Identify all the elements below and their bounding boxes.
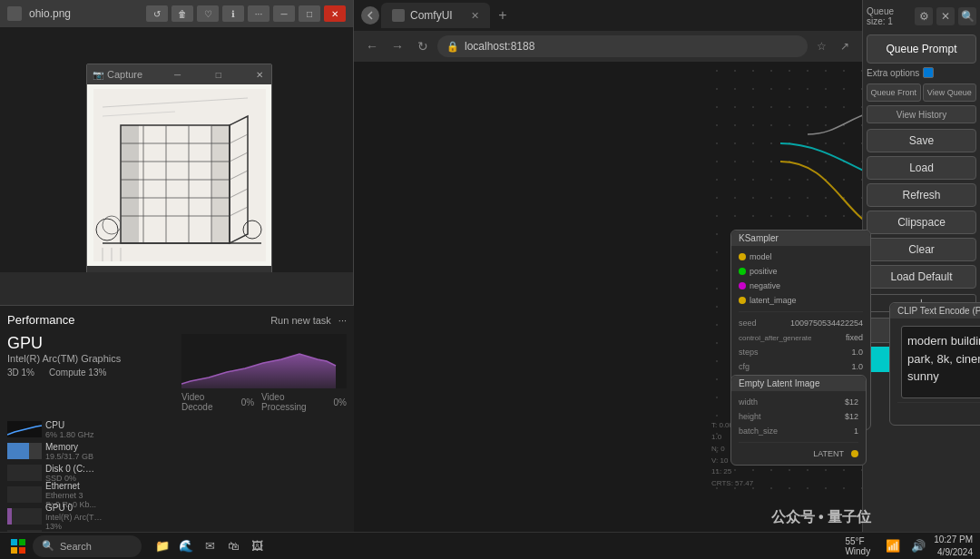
- view-history-button[interactable]: View History: [867, 105, 976, 123]
- model-label: model: [750, 252, 772, 261]
- node-clip-text[interactable]: CLIP Text Encode (Prompt) modern buildin…: [889, 302, 980, 426]
- taskbar-search-bar[interactable]: 🔍 Search: [33, 535, 142, 557]
- extra-options-checkbox[interactable]: [923, 67, 934, 78]
- search-icon: 🔍: [42, 540, 54, 552]
- load-default-button[interactable]: Load Default: [867, 265, 976, 289]
- window-title: ohio.png: [29, 7, 139, 20]
- clipspace-button[interactable]: Clipspace: [867, 211, 976, 234]
- new-tab-button[interactable]: +: [492, 5, 514, 26]
- steps-label: steps: [739, 348, 759, 357]
- conditioning-out-row: CONDITIONING: [897, 407, 980, 421]
- view-queue-button[interactable]: View Queue: [923, 83, 977, 102]
- cpu-mini-chart: [7, 421, 42, 437]
- back-button[interactable]: ←: [361, 35, 383, 57]
- latent-dot: [739, 297, 746, 304]
- width-row: width $12: [739, 395, 858, 409]
- toolbar-icon-info[interactable]: ℹ: [222, 5, 244, 22]
- negative-label: negative: [750, 281, 780, 290]
- clear-button[interactable]: Clear: [867, 238, 976, 261]
- performance-panel: Performance Run new task ··· GPU Intel(R…: [0, 305, 354, 532]
- positive-label: positive: [750, 267, 778, 276]
- settings-gear-icon[interactable]: ⚙: [915, 7, 933, 25]
- start-button[interactable]: [7, 535, 29, 557]
- latent-label: latent_image: [750, 296, 797, 305]
- toolbar-icon-refresh[interactable]: ↺: [146, 5, 168, 22]
- maximize-button[interactable]: □: [299, 5, 320, 22]
- svg-rect-11: [121, 125, 139, 243]
- taskbar-store-icon[interactable]: 🛍: [223, 536, 243, 556]
- close-button[interactable]: ✕: [324, 5, 346, 22]
- memory-label: Memory: [45, 442, 95, 452]
- capture-title-bar: 📷 Capture ─ □ ✕: [87, 64, 271, 84]
- batch-value: 1: [854, 427, 858, 436]
- ksampler-steps-row: steps 1.0: [739, 345, 863, 359]
- batch-label: batch_size: [739, 427, 778, 436]
- toolbar-icon-heart[interactable]: ♡: [197, 5, 219, 22]
- ksampler-positive-row: positive: [739, 264, 863, 279]
- star-icon[interactable]: ☆: [811, 36, 831, 56]
- perf-actions: Run new task ···: [270, 315, 347, 326]
- svg-rect-55: [19, 547, 25, 554]
- share-nav-icon[interactable]: ↗: [835, 36, 855, 56]
- cfg-label: cfg: [739, 362, 750, 371]
- queue-front-button[interactable]: Queue Front: [867, 83, 921, 102]
- volume-icon[interactable]: 🔊: [908, 536, 928, 556]
- address-bar[interactable]: 🔒 localhost:8188: [437, 35, 808, 57]
- reload-button[interactable]: ↻: [412, 35, 434, 57]
- sidebar-top-row: Queue size: 1 ⚙ ✕ 🔍: [867, 4, 976, 29]
- gpu-stats: 3D 1% Compute 13%: [7, 368, 172, 378]
- load-button[interactable]: Load: [867, 156, 976, 180]
- svg-rect-53: [19, 539, 25, 545]
- taskbar-system-tray: 55°F Windy 📶 🔊 10:27 PM 4/9/2024: [845, 534, 973, 559]
- ksampler-header: KSampler: [731, 230, 870, 246]
- left-panel: ohio.png ↺ 🗑 ♡ ℹ ··· ─ □ ✕ 📷 Capture ─ □…: [0, 0, 354, 559]
- taskbar-edge-icon[interactable]: 🌊: [176, 536, 196, 556]
- gpu-chart: [181, 334, 347, 388]
- node-empty-latent[interactable]: Empty Latent Image width $12 height $12 …: [730, 375, 867, 466]
- date-display: 4/9/2024: [934, 546, 973, 559]
- perf-item-memory: Memory 19.5/31.7 GB: [7, 441, 347, 461]
- tab-comfyui[interactable]: ComfyUI ✕: [381, 3, 490, 28]
- close-sidebar-icon[interactable]: ✕: [936, 7, 955, 25]
- ksampler-latent-row: latent_image: [739, 293, 863, 308]
- weather-condition: Windy: [845, 546, 870, 556]
- wifi-icon[interactable]: 📶: [883, 536, 903, 556]
- right-sidebar: Queue size: 1 ⚙ ✕ 🔍 Queue Prompt Extra o…: [862, 0, 980, 559]
- run-new-task-btn[interactable]: Run new task: [270, 315, 331, 326]
- queue-prompt-button[interactable]: Queue Prompt: [867, 34, 976, 64]
- save-button[interactable]: Save: [867, 129, 976, 152]
- capture-close-btn[interactable]: ✕: [253, 68, 266, 81]
- taskbar-photos-icon[interactable]: 🖼: [247, 536, 267, 556]
- capture-maximize-icon[interactable]: □: [212, 68, 225, 81]
- forward-button[interactable]: →: [387, 35, 408, 57]
- taskbar-explorer-icon[interactable]: 📁: [152, 536, 172, 556]
- seed-label: seed: [739, 319, 757, 328]
- gpu-section: GPU Intel(R) Arc(TM) Graphics 3D 1% Comp…: [7, 334, 347, 412]
- minimize-button[interactable]: ─: [273, 5, 295, 22]
- empty-latent-header: Empty Latent Image: [731, 376, 866, 391]
- capture-window: 📷 Capture ─ □ ✕: [86, 64, 272, 272]
- perf-more-icon[interactable]: ···: [338, 315, 347, 326]
- toolbar-icon-more[interactable]: ···: [248, 5, 270, 22]
- sketch-image-area: [87, 84, 271, 266]
- disk-mini-chart: [7, 465, 42, 481]
- toolbar-icon-delete[interactable]: 🗑: [172, 5, 193, 22]
- perf-title: Performance: [7, 313, 74, 327]
- window-controls: ↺ 🗑 ♡ ℹ ··· ─ □ ✕: [146, 5, 346, 22]
- taskbar-mail-icon[interactable]: ✉: [200, 536, 220, 556]
- building-sketch-svg: [93, 89, 266, 261]
- tab-close-icon[interactable]: ✕: [471, 10, 479, 22]
- comfyui-favicon: [392, 9, 405, 22]
- gpu-chart-svg: [181, 334, 347, 388]
- lock-icon: 🔒: [446, 41, 459, 53]
- seed-value: 1009750534422254: [790, 319, 863, 328]
- capture-close-icon[interactable]: ─: [171, 68, 183, 81]
- svg-rect-54: [11, 547, 17, 554]
- search-sidebar-icon[interactable]: 🔍: [958, 7, 976, 25]
- perf-header: Performance Run new task ···: [7, 313, 347, 327]
- video-decode-row: Video Decode 0% Video Processing 0%: [181, 392, 347, 412]
- clip-text-header: CLIP Text Encode (Prompt): [890, 303, 980, 319]
- memory-info: Memory 19.5/31.7 GB: [45, 442, 95, 461]
- weather-temp: 55°F: [845, 536, 870, 546]
- refresh-button[interactable]: Refresh: [867, 183, 976, 207]
